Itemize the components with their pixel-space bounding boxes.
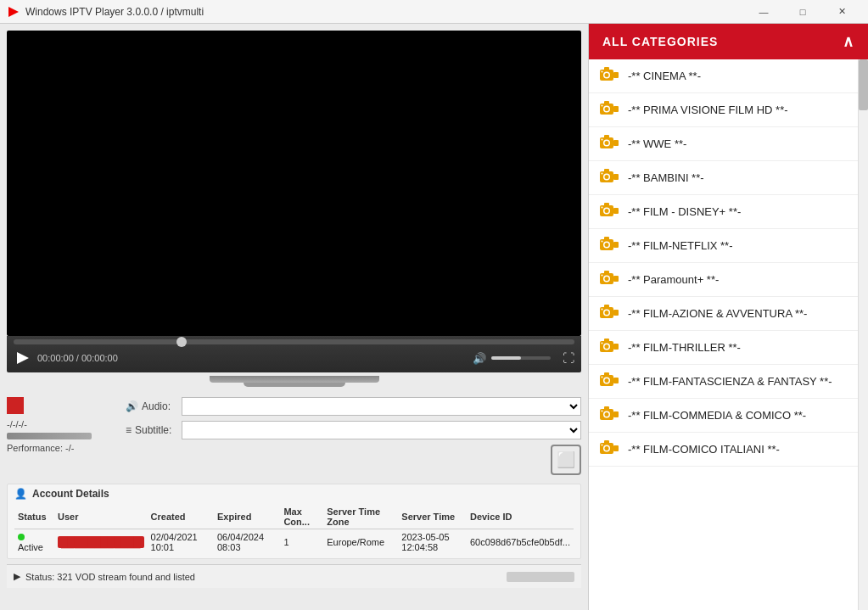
camera-icon bbox=[599, 338, 619, 357]
svg-point-27 bbox=[605, 209, 609, 213]
svg-rect-59 bbox=[613, 378, 619, 383]
svg-rect-23 bbox=[613, 174, 619, 180]
svg-rect-10 bbox=[604, 101, 609, 104]
categories-title: ALL CATEGORIES bbox=[602, 35, 718, 48]
category-item[interactable]: -** BAMBINI **- bbox=[589, 161, 858, 195]
performance-text: Performance: -/- bbox=[7, 443, 117, 453]
main-container: 00:00:00 / 00:00:00 🔊 ⛶ -/-/-/- Perform bbox=[0, 24, 868, 610]
svg-rect-34 bbox=[604, 237, 609, 240]
servertime-cell: 2023-05-05 12:04:58 bbox=[398, 529, 467, 556]
progress-bar[interactable] bbox=[14, 339, 574, 344]
col-maxcon: Max Con... bbox=[280, 505, 323, 529]
svg-rect-28 bbox=[604, 203, 609, 206]
svg-rect-70 bbox=[604, 440, 609, 444]
account-header: 👤 Account Details bbox=[14, 488, 574, 500]
camera-icon bbox=[599, 270, 619, 289]
user-value: ████████████ bbox=[58, 536, 144, 548]
table-row: Active ████████████ 02/04/2021 10:01 06/… bbox=[14, 529, 574, 556]
col-status: Status bbox=[14, 505, 54, 529]
camera-icon bbox=[599, 236, 619, 255]
svg-point-30 bbox=[602, 207, 603, 209]
camera-icon bbox=[599, 66, 619, 86]
category-item[interactable]: -** FILM-NETFLIX **- bbox=[589, 229, 858, 263]
category-name: -** FILM-FANTASCIENZA & FANTASY **- bbox=[628, 375, 832, 388]
audio-select[interactable] bbox=[182, 397, 581, 416]
minimize-button[interactable]: — bbox=[744, 0, 783, 24]
col-user: User bbox=[54, 505, 148, 529]
audio-row: 🔊 Audio: bbox=[126, 397, 581, 416]
category-name: -** BAMBINI **- bbox=[628, 171, 704, 184]
svg-rect-53 bbox=[613, 344, 619, 350]
category-item[interactable]: -** CINEMA **- bbox=[589, 59, 858, 93]
video-area: 00:00:00 / 00:00:00 🔊 ⛶ bbox=[7, 31, 581, 389]
svg-rect-29 bbox=[613, 208, 619, 214]
category-item[interactable]: -** FILM-COMICO ITALIANI **- bbox=[589, 433, 858, 467]
svg-point-42 bbox=[602, 275, 603, 277]
category-item[interactable]: -** FILM-COMMEDIA & COMICO **- bbox=[589, 399, 858, 433]
created-cell: 02/04/2021 10:01 bbox=[148, 529, 214, 556]
svg-rect-65 bbox=[613, 411, 619, 417]
svg-rect-41 bbox=[613, 276, 619, 282]
category-item[interactable]: -** FILM-FANTASCIENZA & FANTASY **- bbox=[589, 365, 858, 399]
category-name: -** FILM-AZIONE & AVVENTURA **- bbox=[628, 307, 807, 320]
camera-icon bbox=[599, 304, 619, 323]
category-item[interactable]: -** PRIMA VISIONE FILM HD **- bbox=[589, 93, 858, 127]
scrollbar-track[interactable] bbox=[858, 59, 868, 610]
camera-icon bbox=[599, 372, 619, 391]
monitor-icon: ⬜ bbox=[557, 451, 575, 469]
svg-point-51 bbox=[605, 344, 609, 349]
svg-point-6 bbox=[602, 71, 603, 73]
status-scrollbar[interactable] bbox=[507, 572, 574, 582]
red-square-indicator bbox=[7, 397, 24, 414]
category-item[interactable]: -** FILM - DISNEY+ **- bbox=[589, 195, 858, 229]
monitor-button[interactable]: ⬜ bbox=[551, 445, 581, 475]
tv-foot bbox=[244, 383, 345, 387]
close-button[interactable]: ✕ bbox=[822, 0, 861, 24]
volume-bar[interactable] bbox=[491, 356, 551, 360]
camera-icon bbox=[599, 168, 619, 187]
category-item[interactable]: -** FILM-AZIONE & AVVENTURA **- bbox=[589, 297, 858, 331]
svg-point-63 bbox=[605, 412, 609, 417]
svg-rect-5 bbox=[613, 72, 619, 78]
col-servertime: Server Time bbox=[398, 505, 467, 529]
col-created: Created bbox=[148, 505, 214, 529]
maxcon-cell: 1 bbox=[280, 529, 323, 556]
svg-point-33 bbox=[605, 243, 609, 247]
status-bar: ▶ Status: 321 VOD stream found and liste… bbox=[7, 564, 581, 588]
category-item[interactable]: -** Paramount+ **- bbox=[589, 263, 858, 297]
svg-point-69 bbox=[605, 446, 609, 451]
fullscreen-button[interactable]: ⛶ bbox=[563, 351, 574, 365]
right-controls: 🔊 Audio: ≡ Subtitle: ⬜ bbox=[126, 397, 581, 475]
svg-point-3 bbox=[605, 73, 609, 77]
account-section: 👤 Account Details Status User Created Ex… bbox=[7, 484, 581, 559]
svg-point-36 bbox=[602, 241, 603, 243]
svg-point-72 bbox=[602, 445, 603, 446]
svg-point-9 bbox=[605, 107, 609, 111]
camera-icon bbox=[599, 202, 619, 221]
category-item[interactable]: -** FILM-THRILLER **- bbox=[589, 331, 858, 365]
status-bar-icon: ▶ bbox=[14, 571, 20, 582]
svg-point-60 bbox=[602, 377, 603, 378]
account-title: Account Details bbox=[32, 488, 109, 500]
chevron-up-icon[interactable]: ∧ bbox=[843, 32, 854, 51]
col-expired: Expired bbox=[214, 505, 280, 529]
svg-rect-64 bbox=[604, 406, 609, 410]
left-panel: 00:00:00 / 00:00:00 🔊 ⛶ -/-/-/- Perform bbox=[0, 24, 588, 610]
small-progress-bar bbox=[7, 433, 92, 439]
svg-point-57 bbox=[605, 378, 609, 383]
category-name: -** CINEMA **- bbox=[628, 70, 701, 82]
categories-list: -** CINEMA **- -** PRIMA VISIONE FILM HD… bbox=[589, 59, 858, 610]
svg-rect-35 bbox=[613, 242, 619, 248]
title-bar: Windows IPTV Player 3.0.0.0 / iptvmulti … bbox=[0, 0, 868, 24]
svg-point-54 bbox=[602, 343, 603, 344]
category-name: -** FILM - DISNEY+ **- bbox=[628, 205, 741, 218]
scrollbar-thumb[interactable] bbox=[859, 59, 868, 110]
category-item[interactable]: -** WWE **- bbox=[589, 127, 858, 161]
video-screen[interactable] bbox=[7, 31, 581, 336]
subtitle-select[interactable] bbox=[182, 421, 581, 439]
svg-rect-47 bbox=[613, 310, 619, 316]
audio-icon: 🔊 bbox=[126, 400, 138, 412]
maximize-button[interactable]: □ bbox=[783, 0, 822, 24]
svg-point-66 bbox=[602, 411, 603, 412]
play-button[interactable] bbox=[14, 349, 32, 367]
